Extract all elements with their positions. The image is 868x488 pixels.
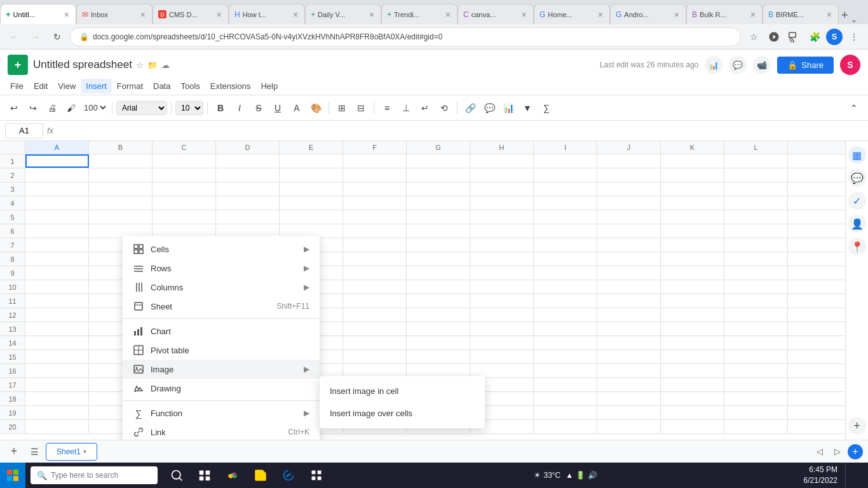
cell[interactable] (534, 196, 597, 210)
menu-item-columns[interactable]: Columns ▶ (123, 278, 320, 297)
tab-home-close-icon[interactable]: × (597, 8, 604, 21)
cell[interactable] (407, 322, 470, 336)
cell[interactable] (343, 364, 407, 377)
forward-button[interactable]: → (27, 28, 44, 46)
cloud-icon[interactable]: ☁ (161, 60, 170, 70)
filter-button[interactable]: ▼ (519, 99, 536, 117)
cell[interactable] (407, 308, 470, 322)
tab-howt[interactable]: H How t... × (229, 4, 305, 24)
tab-canva[interactable]: C canva... × (458, 4, 534, 24)
url-bar[interactable]: 🔒 docs.google.com/spreadsheets/d/10_cHRC… (70, 27, 741, 46)
cell[interactable] (407, 238, 470, 252)
cell[interactable] (724, 210, 788, 224)
tab-daily[interactable]: + Daily V... × (305, 4, 381, 24)
sheet-tab-1[interactable]: Sheet1 ▾ (46, 443, 97, 461)
cell[interactable] (153, 196, 216, 210)
cell[interactable] (661, 266, 724, 280)
undo-button[interactable]: ↩ (5, 99, 23, 117)
sidebar-contacts-icon[interactable]: 👤 (848, 215, 866, 233)
cell[interactable] (343, 224, 407, 238)
cell[interactable] (534, 266, 597, 280)
cell[interactable] (25, 406, 89, 419)
cell[interactable] (153, 182, 216, 196)
cell[interactable] (724, 322, 788, 336)
sidebar-tasks-icon[interactable]: ✓ (848, 192, 866, 210)
user-avatar[interactable]: S (840, 55, 860, 75)
menu-item-insert-in-cell[interactable]: Insert image in cell (320, 380, 485, 402)
cell[interactable] (25, 252, 89, 266)
text-color-button[interactable]: A (288, 99, 306, 117)
cell[interactable] (597, 252, 661, 266)
sheet-list-button[interactable]: ☰ (25, 443, 43, 461)
cell[interactable] (597, 322, 661, 336)
redo-button[interactable]: ↪ (24, 99, 42, 117)
cell[interactable] (597, 154, 661, 168)
tab-overflow-icon[interactable]: ⌄ (851, 15, 857, 24)
cell[interactable] (280, 196, 343, 210)
cell[interactable] (724, 182, 788, 196)
cell[interactable] (470, 182, 534, 196)
underline-button[interactable]: U (269, 99, 287, 117)
cast-icon[interactable] (785, 28, 803, 46)
cell[interactable] (661, 210, 724, 224)
cell[interactable] (216, 182, 280, 196)
cell[interactable] (724, 308, 788, 322)
menu-edit[interactable]: Edit (29, 79, 53, 93)
cell[interactable] (470, 308, 534, 322)
tab-birme-close-icon[interactable]: × (825, 8, 833, 21)
highlight-color-button[interactable]: 🎨 (307, 99, 325, 117)
cell[interactable] (661, 322, 724, 336)
cell[interactable] (470, 364, 534, 377)
cell[interactable] (470, 210, 534, 224)
cell[interactable] (661, 168, 724, 182)
taskbar-taskview-btn[interactable] (193, 463, 216, 488)
cell[interactable] (661, 392, 724, 405)
cell[interactable] (25, 420, 89, 433)
cell[interactable] (724, 392, 788, 405)
col-header-h[interactable]: H (470, 141, 534, 154)
menu-item-link[interactable]: Link Ctrl+K (123, 423, 320, 440)
cell[interactable] (153, 154, 216, 168)
menu-view[interactable]: View (53, 79, 81, 93)
cell[interactable] (597, 168, 661, 182)
cell[interactable] (343, 336, 407, 349)
cell[interactable] (470, 252, 534, 266)
cell[interactable] (153, 210, 216, 224)
cell[interactable] (534, 294, 597, 308)
star-icon[interactable]: ☆ (136, 60, 144, 70)
col-header-e[interactable]: E (280, 141, 343, 154)
cell[interactable] (25, 392, 89, 405)
cell[interactable] (597, 182, 661, 196)
cell[interactable] (597, 364, 661, 377)
cell[interactable] (534, 224, 597, 238)
cell[interactable] (534, 210, 597, 224)
minimize-button[interactable]: ─ (857, 4, 868, 24)
cell[interactable] (280, 168, 343, 182)
menu-item-image[interactable]: Image ▶ (123, 360, 320, 379)
cell[interactable] (724, 168, 788, 182)
cell[interactable] (25, 378, 89, 391)
cell[interactable] (661, 238, 724, 252)
cell[interactable] (724, 406, 788, 419)
cell[interactable] (216, 196, 280, 210)
cell[interactable] (534, 336, 597, 349)
tab-bulk-close-icon[interactable]: × (749, 8, 757, 21)
tab-bulk[interactable]: B Bulk R... × (686, 4, 763, 24)
cell[interactable] (661, 196, 724, 210)
cell[interactable] (661, 224, 724, 238)
cell[interactable] (407, 182, 470, 196)
taskbar-chrome-btn[interactable] (221, 463, 244, 488)
menu-item-sheet[interactable]: Sheet Shift+F11 (123, 297, 320, 316)
cell[interactable] (216, 168, 280, 182)
text-wrap-button[interactable]: ↵ (416, 99, 434, 117)
cell[interactable] (407, 280, 470, 294)
cell[interactable] (25, 266, 89, 280)
text-rotate-button[interactable]: ⟲ (435, 99, 453, 117)
cell[interactable] (343, 294, 407, 308)
add-sheet-button[interactable]: + (5, 443, 23, 461)
cell[interactable] (407, 196, 470, 210)
col-header-g[interactable]: G (407, 141, 470, 154)
col-header-c[interactable]: C (153, 141, 216, 154)
cell[interactable] (407, 252, 470, 266)
cell[interactable] (597, 210, 661, 224)
